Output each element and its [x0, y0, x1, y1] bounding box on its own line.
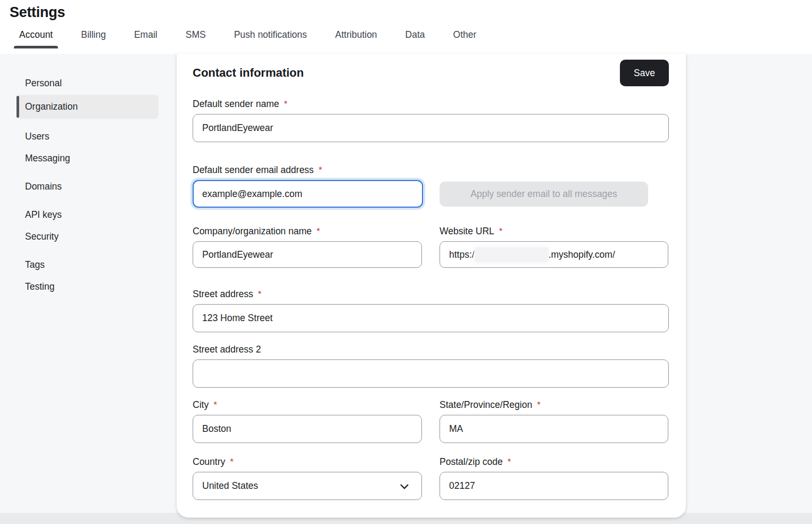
- field-label: Company/organization name *: [193, 226, 422, 238]
- postal-code-input[interactable]: [440, 472, 668, 500]
- field-default-sender-email: Default sender email address * Apply sen…: [193, 165, 669, 208]
- sidebar-item-api-keys[interactable]: API keys: [16, 204, 159, 225]
- required-marker: *: [213, 400, 217, 411]
- company-name-input[interactable]: [193, 241, 422, 268]
- website-url-input[interactable]: https:/ .myshopify.com/: [440, 241, 668, 268]
- field-label: Street address *: [193, 289, 669, 300]
- required-marker: *: [317, 226, 320, 237]
- field-street-address: Street address *: [193, 289, 669, 332]
- sidebar-item-organization[interactable]: Organization: [16, 95, 159, 119]
- label-text: State/Province/Region: [440, 399, 532, 411]
- label-text: Postal/zip code: [440, 456, 503, 468]
- city-state-row: City * State/Province/Region *: [193, 399, 669, 443]
- street-address-2-input[interactable]: [193, 359, 669, 388]
- field-postal-code: Postal/zip code *: [440, 456, 668, 500]
- required-marker: *: [258, 289, 262, 300]
- tab-attribution[interactable]: Attribution: [330, 26, 383, 48]
- field-label: Street address 2: [193, 344, 669, 356]
- sidebar-group: UsersMessaging: [16, 126, 159, 169]
- tab-email[interactable]: Email: [129, 26, 163, 48]
- field-label: City *: [193, 399, 422, 411]
- required-marker: *: [284, 99, 287, 110]
- field-city: City *: [193, 399, 422, 443]
- save-button[interactable]: Save: [620, 60, 669, 86]
- sidebar-item-testing[interactable]: Testing: [16, 276, 159, 297]
- field-label: Country *: [193, 456, 422, 468]
- field-label: Website URL *: [440, 226, 668, 238]
- required-marker: *: [319, 165, 322, 176]
- field-label: Default sender email address *: [193, 165, 669, 176]
- label-text: Company/organization name: [193, 226, 312, 237]
- sidebar-group: API keysSecurity: [16, 204, 159, 247]
- settings-tabs: AccountBillingEmailSMSPush notifications…: [14, 26, 812, 48]
- redacted-text: [475, 248, 548, 262]
- field-country: Country * United States: [193, 456, 422, 500]
- label-text: Street address: [193, 289, 253, 300]
- tab-push-notifications[interactable]: Push notifications: [229, 26, 312, 48]
- label-text: Default sender email address: [193, 165, 314, 176]
- field-label: Default sender name *: [193, 99, 669, 110]
- country-postal-row: Country * United States Postal/zip code …: [193, 456, 669, 500]
- field-state: State/Province/Region *: [440, 399, 668, 443]
- required-marker: *: [230, 457, 234, 468]
- sidebar-group: TagsTesting: [16, 255, 159, 297]
- country-select[interactable]: United States: [193, 472, 422, 500]
- label-text: Default sender name: [193, 99, 279, 110]
- sidebar-item-tags[interactable]: Tags: [16, 255, 159, 275]
- required-marker: *: [508, 457, 511, 468]
- sidebar-item-domains[interactable]: Domains: [16, 176, 159, 197]
- tab-sms[interactable]: SMS: [180, 26, 211, 48]
- company-website-row: Company/organization name * Website URL …: [193, 226, 669, 268]
- sidebar-item-messaging[interactable]: Messaging: [16, 148, 159, 169]
- state-input[interactable]: [440, 415, 668, 443]
- sidebar-group: PersonalOrganization: [16, 73, 159, 119]
- field-website-url: Website URL * https:/ .myshopify.com/: [440, 226, 668, 268]
- field-street-address-2: Street address 2: [193, 344, 669, 388]
- settings-header: Settings AccountBillingEmailSMSPush noti…: [0, 0, 812, 54]
- label-text: Website URL: [440, 226, 494, 237]
- section-title: Contact information: [193, 66, 304, 80]
- page-title: Settings: [10, 4, 812, 21]
- field-default-sender-name: Default sender name *: [193, 99, 669, 142]
- field-label: Postal/zip code *: [440, 456, 668, 468]
- sidebar-item-personal[interactable]: Personal: [16, 73, 159, 94]
- sidebar-item-security[interactable]: Security: [16, 226, 159, 247]
- city-input[interactable]: [193, 415, 422, 443]
- label-text: Street address 2: [193, 344, 261, 355]
- country-selected-value: United States: [202, 480, 258, 492]
- sidebar-group: Domains: [16, 176, 159, 197]
- sidebar-item-users[interactable]: Users: [16, 126, 159, 147]
- default-sender-name-input[interactable]: [193, 114, 669, 142]
- url-suffix: .myshopify.com/: [549, 249, 615, 260]
- sender-email-row: Apply sender email to all messages: [193, 180, 669, 208]
- label-text: Country: [193, 456, 225, 468]
- account-sidebar: PersonalOrganizationUsersMessagingDomain…: [16, 73, 159, 305]
- url-prefix: https:/: [449, 249, 475, 260]
- field-label: State/Province/Region *: [440, 399, 668, 411]
- tab-billing[interactable]: Billing: [76, 26, 111, 48]
- default-sender-email-input[interactable]: [193, 180, 423, 208]
- card-header: Contact information Save: [193, 60, 669, 86]
- tab-other[interactable]: Other: [448, 26, 482, 48]
- required-marker: *: [499, 226, 503, 237]
- tab-data[interactable]: Data: [400, 26, 430, 48]
- required-marker: *: [537, 400, 541, 411]
- street-address-input[interactable]: [193, 304, 669, 332]
- contact-information-card: Contact information Save Default sender …: [177, 54, 686, 518]
- tab-account[interactable]: Account: [14, 26, 58, 48]
- chevron-down-icon: [397, 479, 411, 493]
- label-text: City: [193, 399, 209, 411]
- settings-content: PersonalOrganizationUsersMessagingDomain…: [0, 54, 812, 513]
- field-company-name: Company/organization name *: [193, 226, 422, 268]
- apply-sender-email-button[interactable]: Apply sender email to all messages: [440, 182, 648, 207]
